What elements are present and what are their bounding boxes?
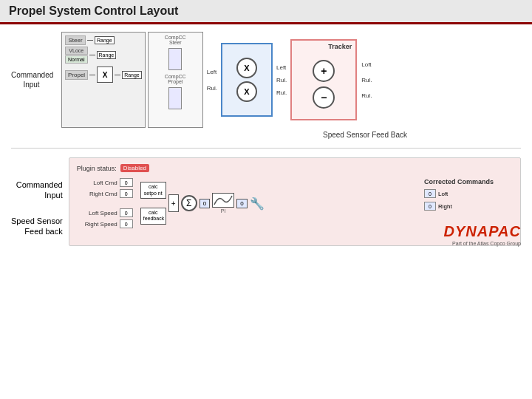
loft-speed-value: 0 [120,208,133,217]
left-label-right: Left [276,64,287,71]
corrected-commands: Corrected Commands 0 Loft 0 Right [424,178,513,228]
corrected-commands-title: Corrected Commands [424,178,513,185]
propel-x-block: X [97,66,113,83]
steer-conn [87,40,93,41]
propel-row: Propel X Range [65,66,142,83]
rul-label-right: Rul. [276,77,287,83]
top-diagram-wrapper: Steer Range VLoce Normal Range [61,32,521,139]
propel-label: Propel [65,70,88,80]
top-section: CommandedInput Steer Range VLoce [11,32,521,139]
propel-conn2 [115,75,120,75]
status-badge: Disabled [120,164,149,172]
vert-box-propel [168,87,182,109]
corrected-right-val: 0 [424,202,436,211]
loft-cmd-row: Loft Cmd 0 [77,178,133,187]
speed-sensor-top-label: Speed Sensor Feed Back [209,131,521,139]
wrench-icon: 🔧 [250,197,265,211]
logo-area: DYNAPAC Part of the Atlas Copco Group [444,223,521,246]
top-commanded-input: CommandedInput [11,32,58,128]
spacer1 [140,201,166,205]
rul-label-top: Rul. [207,85,217,92]
dynapac-logo: DYNAPAC [444,223,521,240]
sigma-circle: Σ [181,195,197,211]
minus-circle: − [313,86,335,109]
vloce-row: VLoce Normal Range [65,47,142,64]
corrected-right-label: Right [438,203,452,210]
page-header: Propel System Control Layout [0,0,532,24]
bottom-speed-sensor-label: Speed SensorFeed back [11,216,63,237]
control-diagram: calcsetpo nt calcfeedback + Σ 0 [140,178,420,228]
vloce-label: VLoce [65,47,88,55]
right-cmd-row: Right Cmd 0 [77,189,133,198]
right-x-labels: Left Rul. Rul. [275,64,288,96]
rul-label-far2: Rul. [361,92,372,99]
atlas-copco-text: Part of the Atlas Copco Group [452,241,521,246]
right-cmd-label: Right Cmd [77,191,117,197]
right-speed-row: Right Speed 0 [77,219,133,228]
tracker-label: Tracker [328,43,352,50]
pi-section: PI [212,193,234,214]
left-x-circle: X [236,58,257,78]
compcc-steer-label: CompCCSteer [151,35,200,45]
vloce-range: Range [97,51,117,59]
section-divider [11,148,521,149]
far-right-labels: Loft Rul. Rul. [359,61,374,99]
rul-label-far1: Rul. [361,77,372,83]
calc-section: calcsetpo nt calcfeedback [140,182,166,225]
val-box-2: 0 [236,199,247,208]
compcc-propel-label: CompCCPropel [151,74,200,84]
loft-label-far: Loft [361,61,372,68]
tracker-section: Tracker + − [290,39,357,120]
bottom-content-row: Loft Cmd 0 Right Cmd 0 Loft Speed 0 Righ… [77,178,513,228]
calc-feedback-box: calcfeedback [140,208,166,225]
corrected-loft-row: 0 Loft [424,189,513,198]
left-input-blocks: Steer Range VLoce Normal Range [61,32,146,128]
steer-label: Steer [65,35,86,45]
bottom-left-labels: CommandedInput Speed SensorFeed back [11,157,63,236]
vloce-conn [89,55,95,55]
loft-cmd-label: Loft Cmd [77,180,117,186]
propel-conn [89,75,95,75]
val-box-1: 0 [200,199,210,208]
page-title: Propel System Control Layout [9,4,178,17]
left-inputs: Loft Cmd 0 Right Cmd 0 Loft Speed 0 Righ… [77,178,133,228]
loft-speed-row: Loft Speed 0 [77,208,133,217]
pi-label: PI [221,208,226,214]
commanded-input-label-top: CommandedInput [11,70,52,89]
right-speed-value: 0 [120,219,133,228]
left-label-top: Left [207,69,217,75]
top-diagram: Steer Range VLoce Normal Range [61,32,521,128]
corrected-loft-label: Loft [438,191,448,197]
right-x-circle: X [236,81,257,102]
calc-setpoint-box: calcsetpo nt [140,182,166,199]
main-content: CommandedInput Steer Range VLoce [0,24,532,253]
middle-compcc-blocks: CompCCSteer CompCCPropel [148,32,203,128]
steer-range: Range [95,36,115,44]
corrected-loft-val: 0 [424,189,436,198]
normal-label: Normal [65,55,88,64]
plus-circle: + [313,60,335,82]
corrected-right-row: 0 Right [424,202,513,211]
propel-range: Range [122,71,142,79]
bottom-commanded-input-label: CommandedInput [11,180,63,201]
right-speed-label: Right Speed [77,221,117,228]
tracker-circles: + − [313,60,335,109]
loft-speed-label: Loft Speed [77,210,117,216]
right-x-section: X X [221,43,273,117]
steer-row: Steer Range [65,35,142,45]
vert-box-steer [168,48,182,70]
plus-box: + [168,194,179,212]
plugin-status-text: Plugin status: [77,165,117,172]
loft-cmd-value: 0 [120,178,133,187]
left-output-labels: Left Rul. [205,69,219,92]
rul-label-right2: Rul. [276,89,287,96]
right-cmd-value: 0 [120,189,133,198]
plugin-status-bar: Plugin status: Disabled [77,164,513,172]
curve-box [212,193,234,208]
